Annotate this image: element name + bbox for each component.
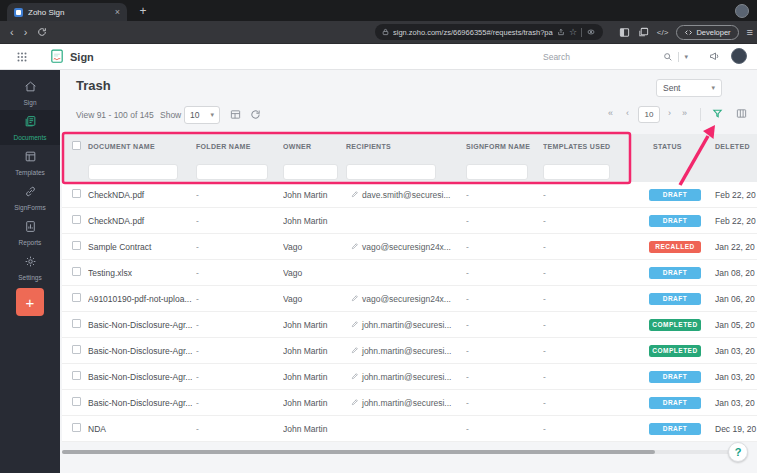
reports-icon — [24, 219, 37, 237]
status-badge: RECALLED — [649, 241, 701, 253]
recipients-cell: john.martin@securesi... — [346, 372, 466, 382]
table-row[interactable]: Basic-Non-Disclosure-Agr...-John Martinj… — [62, 364, 757, 390]
document-name[interactable]: Sample Contract — [88, 242, 196, 252]
pagination-last-icon[interactable]: » — [682, 108, 687, 118]
document-name[interactable]: NDA — [88, 424, 196, 434]
col-document-name[interactable]: DOCUMENT NAME — [88, 143, 196, 150]
sidebar-item-sign[interactable]: Sign — [0, 75, 60, 110]
user-avatar[interactable] — [731, 48, 747, 64]
browser-profile-avatar[interactable] — [735, 4, 749, 18]
document-name[interactable]: Basic-Non-Disclosure-Agr... — [88, 320, 196, 330]
sidebar-item-signforms[interactable]: SignForms — [0, 180, 60, 215]
document-name[interactable]: CheckNDA.pdf — [88, 190, 196, 200]
pagination-page-input[interactable]: 10 — [638, 106, 660, 123]
folder-name: - — [196, 424, 283, 434]
filter-input-folder-name[interactable] — [196, 164, 268, 180]
refresh-icon[interactable] — [250, 109, 261, 120]
filter-input-templates-used[interactable] — [543, 164, 610, 180]
request-type-select[interactable]: Sent ▾ — [656, 79, 722, 97]
document-name[interactable]: Basic-Non-Disclosure-Agr... — [88, 398, 196, 408]
pagination-prev-icon[interactable]: ‹ — [626, 108, 629, 118]
row-checkbox[interactable] — [72, 397, 81, 406]
filter-input-document-name[interactable] — [88, 164, 178, 180]
tab-close-icon[interactable]: × — [115, 7, 120, 17]
row-checkbox[interactable] — [72, 267, 81, 276]
col-signform-name[interactable]: SIGNFORM NAME — [466, 143, 543, 150]
table-row[interactable]: Basic-Non-Disclosure-Agr...-John Martinj… — [62, 312, 757, 338]
filter-input-owner[interactable] — [283, 164, 338, 180]
filter-funnel-icon[interactable] — [712, 108, 723, 119]
manage-columns-icon[interactable] — [736, 108, 747, 119]
col-owner[interactable]: OWNER — [283, 143, 346, 150]
help-button[interactable]: ? — [728, 442, 748, 462]
search-icon[interactable] — [663, 52, 673, 62]
col-templates-used[interactable]: TEMPLATES USED — [543, 143, 639, 150]
table-row[interactable]: Sample Contract-Vagovago@securesign24x..… — [62, 234, 757, 260]
row-checkbox[interactable] — [72, 319, 81, 328]
filter-input-signform-name[interactable] — [466, 164, 528, 180]
pagination-first-icon[interactable]: « — [608, 108, 613, 118]
new-tab-button[interactable]: + — [136, 4, 150, 18]
sidebar-item-documents[interactable]: Documents — [0, 110, 60, 145]
tab-groups-icon[interactable] — [638, 27, 649, 38]
forward-icon[interactable]: › — [24, 26, 28, 38]
devtools-code-icon[interactable]: </> — [657, 28, 669, 37]
tracking-eye-icon[interactable] — [586, 28, 596, 36]
col-deleted[interactable]: DELETED — [711, 143, 757, 150]
table-view-icon[interactable] — [230, 109, 241, 120]
table-row[interactable]: CheckNDA.pdf-John Martin--DRAFTFeb 22, 2… — [62, 208, 757, 234]
recipient-email: dave.smith@securesi... — [362, 190, 450, 200]
col-status[interactable]: STATUS — [639, 143, 711, 150]
search-scope-caret-icon[interactable]: ▾ — [684, 53, 688, 61]
table-row[interactable]: Basic-Non-Disclosure-Agr...-John Martinj… — [62, 390, 757, 416]
row-checkbox[interactable] — [72, 215, 81, 224]
reload-icon[interactable] — [37, 27, 47, 37]
row-checkbox[interactable] — [72, 371, 81, 380]
horizontal-scrollbar-thumb[interactable] — [62, 450, 655, 454]
split-screen-icon[interactable] — [619, 27, 630, 38]
browser-tab[interactable]: Zoho Sign × — [7, 3, 127, 21]
recipient-email: vago@securesign24x... — [362, 294, 451, 304]
table-row[interactable]: Testing.xlsx-Vago--DRAFTJan 08, 20 — [62, 260, 757, 286]
table-row[interactable]: CheckNDA.pdf-John Martindave.smith@secur… — [62, 182, 757, 208]
table-row[interactable]: A91010190-pdf-not-uploa...-Vagovago@secu… — [62, 286, 757, 312]
search-input[interactable]: Search ▾ — [543, 50, 688, 64]
row-checkbox[interactable] — [72, 241, 81, 250]
row-checkbox[interactable] — [72, 189, 81, 198]
share-icon[interactable] — [557, 28, 565, 36]
sidebar-item-settings[interactable]: Settings — [0, 250, 60, 285]
create-document-button[interactable]: + — [16, 288, 44, 316]
apps-grid-icon[interactable] — [16, 51, 28, 63]
bookmark-star-icon[interactable]: ☆ — [569, 28, 577, 37]
table-row[interactable]: Basic-Non-Disclosure-Agr...-John Martinj… — [62, 338, 757, 364]
owner-name: Vago — [283, 268, 346, 278]
url-bar[interactable]: sign.zoho.com/zs/66966355#/requests/tras… — [375, 24, 603, 40]
row-checkbox[interactable] — [72, 423, 81, 432]
zoho-sign-logo[interactable]: Sign — [50, 49, 94, 64]
filter-input-recipients[interactable] — [346, 164, 436, 180]
col-recipients[interactable]: RECIPIENTS — [346, 143, 466, 150]
sidebar-item-templates[interactable]: Templates — [0, 145, 60, 180]
select-all-checkbox[interactable] — [72, 141, 81, 150]
row-checkbox[interactable] — [72, 345, 81, 354]
rows-per-page-select[interactable]: 10 ▾ — [184, 106, 220, 124]
recipients-cell: vago@securesign24x... — [346, 294, 466, 304]
table-row[interactable]: NDA-John Martin--DRAFTDec 19, 20 — [62, 416, 757, 442]
back-icon[interactable]: ‹ — [10, 26, 14, 38]
developer-profile-pill[interactable]: Developer — [676, 25, 738, 40]
col-folder-name[interactable]: FOLDER NAME — [196, 143, 283, 150]
document-name[interactable]: Basic-Non-Disclosure-Agr... — [88, 346, 196, 356]
browser-menu-icon[interactable]: ≡ — [747, 26, 753, 38]
pagination-next-icon[interactable]: › — [668, 108, 671, 118]
document-name[interactable]: Basic-Non-Disclosure-Agr... — [88, 372, 196, 382]
recipients-cell: dave.smith@securesi... — [346, 190, 466, 200]
sidebar-item-reports[interactable]: Reports — [0, 215, 60, 250]
folder-name: - — [196, 190, 283, 200]
document-name[interactable]: A91010190-pdf-not-uploa... — [88, 294, 196, 304]
document-name[interactable]: Testing.xlsx — [88, 268, 196, 278]
owner-name: John Martin — [283, 190, 346, 200]
owner-name: Vago — [283, 294, 346, 304]
announcement-icon[interactable] — [708, 50, 721, 62]
document-name[interactable]: CheckNDA.pdf — [88, 216, 196, 226]
row-checkbox[interactable] — [72, 293, 81, 302]
